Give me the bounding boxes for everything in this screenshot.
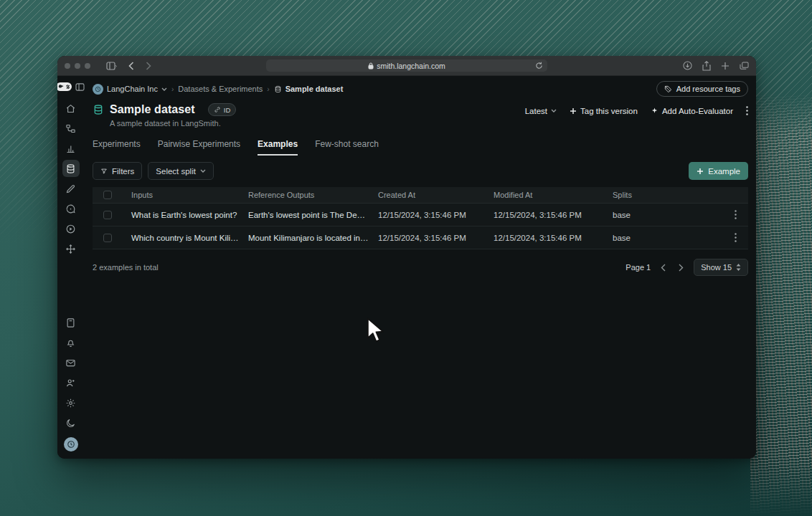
page-title: Sample dataset	[110, 103, 195, 116]
plus-icon	[697, 168, 704, 175]
cell-reference-outputs: Mount Kilimanjaro is located in Tanzania…	[240, 234, 369, 242]
table-row[interactable]: Which country is Mount Kilimanjaro... Mo…	[93, 226, 748, 249]
breadcrumb-section[interactable]: Datasets & Experiments	[178, 85, 263, 93]
sidebar-item-tracing-projects[interactable]	[62, 120, 80, 137]
mail-icon	[65, 358, 76, 368]
sidebar-item-dark-mode[interactable]	[62, 414, 80, 431]
column-header-modified-at[interactable]: Modified At	[485, 191, 604, 199]
next-page-button[interactable]	[676, 264, 686, 272]
row-more-menu[interactable]	[722, 233, 748, 242]
sidebar-item-prompts[interactable]	[62, 200, 80, 217]
sidebar-item-mail[interactable]	[62, 354, 80, 371]
column-header-inputs[interactable]: Inputs	[123, 191, 240, 199]
select-all-checkbox[interactable]	[103, 191, 112, 199]
table-row[interactable]: What is Earth's lowest point? Earth's lo…	[93, 204, 748, 226]
sidebar-item-docs[interactable]	[62, 314, 80, 331]
sidebar-item-annotation-queues[interactable]	[62, 180, 80, 197]
sidebar-item-datasets[interactable]	[62, 160, 80, 177]
move-icon	[65, 244, 76, 254]
column-header-splits[interactable]: Splits	[604, 191, 722, 199]
minimize-window-button[interactable]	[75, 63, 80, 69]
sparkle-icon	[651, 107, 658, 115]
select-split-dropdown[interactable]: Select split	[148, 162, 214, 180]
user-avatar[interactable]	[64, 437, 78, 452]
chevron-right-icon	[679, 264, 684, 272]
reload-icon[interactable]	[535, 62, 543, 70]
tab-overview-icon[interactable]	[740, 62, 749, 70]
tab-pairwise-experiments[interactable]: Pairwise Experiments	[158, 139, 240, 156]
dataset-header: Sample dataset ID A sample dataset in La…	[93, 103, 748, 128]
home-icon	[65, 103, 76, 114]
breadcrumb-separator: ›	[267, 85, 269, 93]
row-checkbox[interactable]	[103, 234, 112, 242]
cell-created-at: 12/15/2024, 3:15:46 PM	[369, 234, 485, 242]
add-resource-tags-button[interactable]: Add resource tags	[656, 81, 748, 97]
lock-icon	[368, 62, 374, 70]
browser-sidebar-toggle-icon[interactable]	[106, 62, 117, 70]
sidebar-item-settings[interactable]	[62, 394, 80, 411]
chat-bubble-icon	[65, 204, 76, 214]
previous-page-button[interactable]	[658, 264, 669, 272]
dataset-id-badge[interactable]: ID	[208, 103, 237, 116]
tracing-projects-icon	[65, 123, 76, 134]
cell-inputs: What is Earth's lowest point?	[123, 211, 240, 219]
breadcrumb-org[interactable]: LangChain Inc	[93, 84, 167, 95]
breadcrumb-page[interactable]: Sample dataset	[274, 85, 344, 93]
docs-icon	[65, 317, 76, 328]
sidebar-item-playground[interactable]	[62, 220, 80, 237]
close-window-button[interactable]	[65, 63, 70, 69]
cell-splits: base	[604, 234, 722, 242]
breadcrumb-bar: LangChain Inc › Datasets & Experiments ›…	[93, 80, 748, 97]
row-checkbox[interactable]	[103, 211, 112, 219]
cell-reference-outputs: Earth's lowest point is The Dead Sea.	[240, 211, 369, 219]
page-indicator: Page 1	[625, 263, 651, 272]
sidebar-item-notifications[interactable]	[62, 334, 80, 351]
share-icon[interactable]	[702, 61, 711, 71]
breadcrumb: LangChain Inc › Datasets & Experiments ›…	[93, 84, 343, 95]
cell-modified-at: 12/15/2024, 3:15:46 PM	[485, 211, 604, 219]
cell-splits: base	[604, 211, 722, 219]
table-header-row: Inputs Reference Outputs Created At Modi…	[93, 187, 748, 204]
tab-experiments[interactable]: Experiments	[93, 139, 141, 156]
column-header-reference-outputs[interactable]: Reference Outputs	[240, 191, 369, 199]
downloads-icon[interactable]	[683, 61, 692, 70]
add-auto-evaluator-button[interactable]: Add Auto-Evaluator	[651, 107, 733, 115]
play-circle-icon	[65, 224, 76, 234]
forward-button[interactable]	[146, 62, 151, 70]
sidebar-item-home[interactable]	[62, 100, 80, 117]
tab-few-shot-search[interactable]: Few-shot search	[315, 139, 379, 156]
back-button[interactable]	[128, 62, 134, 70]
sidebar	[57, 76, 84, 459]
page-size-dropdown[interactable]: Show 15	[694, 259, 748, 276]
langsmith-logo[interactable]	[57, 82, 72, 91]
row-more-menu[interactable]	[722, 210, 748, 219]
url-text: smith.langchain.com	[377, 62, 445, 70]
langsmith-app: LangChain Inc › Datasets & Experiments ›…	[57, 76, 756, 459]
filters-button[interactable]: Filters	[93, 162, 142, 180]
add-example-button[interactable]: Example	[689, 162, 748, 180]
sidebar-item-invite-members[interactable]	[62, 374, 80, 391]
column-header-created-at[interactable]: Created At	[369, 191, 485, 199]
cell-modified-at: 12/15/2024, 3:15:46 PM	[485, 234, 604, 242]
header-more-menu[interactable]	[746, 106, 748, 115]
sidebar-item-deployments[interactable]	[62, 240, 80, 257]
gear-icon	[65, 398, 76, 408]
pen-icon	[65, 183, 76, 194]
sidebar-item-monitoring[interactable]	[62, 140, 80, 157]
new-tab-icon[interactable]	[721, 62, 730, 70]
filter-icon	[100, 168, 108, 175]
chevron-down-icon	[200, 169, 206, 173]
pagination: Page 1 Show 15	[625, 259, 748, 276]
user-plus-icon	[65, 378, 76, 388]
tab-bar: Experiments Pairwise Experiments Example…	[93, 139, 748, 156]
zoom-window-button[interactable]	[85, 63, 90, 69]
org-avatar	[93, 84, 103, 95]
examples-total: 2 examples in total	[93, 263, 159, 272]
version-dropdown[interactable]: Latest	[525, 107, 557, 115]
main-content: LangChain Inc › Datasets & Experiments ›…	[84, 76, 756, 459]
tag-version-button[interactable]: Tag this version	[570, 107, 638, 115]
kebab-menu-icon	[746, 106, 748, 115]
org-avatar-glyph-icon	[67, 440, 75, 449]
tab-examples[interactable]: Examples	[258, 139, 298, 156]
address-bar[interactable]: smith.langchain.com	[266, 59, 547, 72]
